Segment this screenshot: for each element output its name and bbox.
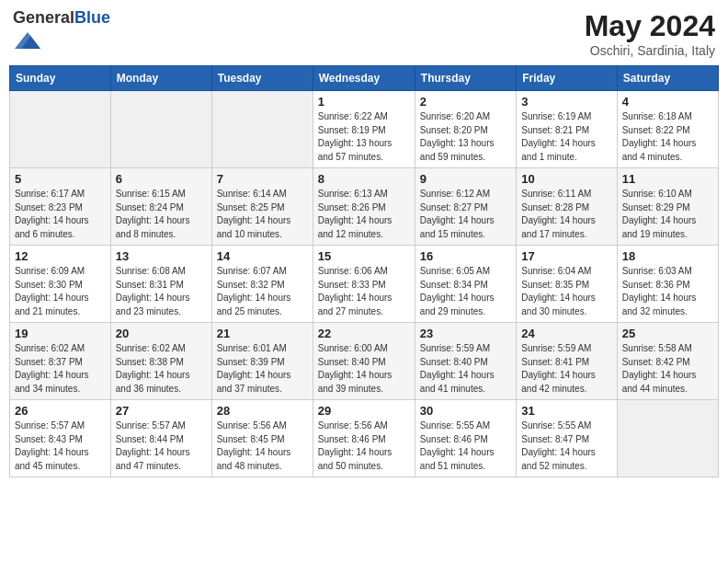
logo: GeneralBlue (13, 9, 110, 57)
header-row: Sunday Monday Tuesday Wednesday Thursday… (10, 66, 719, 91)
day-info: Sunrise: 5:59 AM Sunset: 8:41 PM Dayligh… (521, 342, 611, 396)
calendar-cell: 6Sunrise: 6:15 AM Sunset: 8:24 PM Daylig… (110, 168, 211, 246)
day-info: Sunrise: 6:03 AM Sunset: 8:36 PM Dayligh… (622, 265, 713, 318)
calendar-week-3: 12Sunrise: 6:09 AM Sunset: 8:30 PM Dayli… (10, 246, 719, 323)
day-number: 25 (622, 327, 713, 340)
day-info: Sunrise: 5:57 AM Sunset: 8:43 PM Dayligh… (15, 419, 106, 473)
day-info: Sunrise: 5:56 AM Sunset: 8:45 PM Dayligh… (217, 419, 308, 473)
calendar-cell: 21Sunrise: 6:01 AM Sunset: 8:39 PM Dayli… (211, 323, 313, 400)
page-header: GeneralBlue May 2024 Oschiri, Sardinia, … (9, 9, 719, 58)
col-saturday: Saturday (617, 66, 718, 91)
day-info: Sunrise: 6:11 AM Sunset: 8:28 PM Dayligh… (521, 188, 611, 241)
col-friday: Friday (517, 66, 617, 91)
calendar-cell: 16Sunrise: 6:05 AM Sunset: 8:34 PM Dayli… (415, 246, 516, 323)
day-number: 14 (217, 249, 308, 263)
calendar-cell: 4Sunrise: 6:18 AM Sunset: 8:22 PM Daylig… (617, 91, 718, 168)
calendar-cell: 28Sunrise: 5:56 AM Sunset: 8:45 PM Dayli… (211, 400, 313, 477)
calendar-cell: 19Sunrise: 6:02 AM Sunset: 8:37 PM Dayli… (10, 323, 111, 400)
title-block: May 2024 Oschiri, Sardinia, Italy (585, 9, 715, 58)
calendar-cell: 8Sunrise: 6:13 AM Sunset: 8:26 PM Daylig… (313, 168, 415, 246)
calendar-cell: 9Sunrise: 6:12 AM Sunset: 8:27 PM Daylig… (415, 168, 516, 246)
day-info: Sunrise: 6:20 AM Sunset: 8:20 PM Dayligh… (420, 110, 511, 164)
col-wednesday: Wednesday (313, 66, 415, 91)
day-number: 18 (622, 249, 713, 263)
calendar-cell: 15Sunrise: 6:06 AM Sunset: 8:33 PM Dayli… (313, 246, 415, 323)
day-info: Sunrise: 6:14 AM Sunset: 8:25 PM Dayligh… (217, 188, 308, 241)
calendar-cell: 26Sunrise: 5:57 AM Sunset: 8:43 PM Dayli… (10, 400, 111, 477)
calendar-cell (10, 91, 111, 168)
calendar-cell: 25Sunrise: 5:58 AM Sunset: 8:42 PM Dayli… (617, 323, 718, 400)
calendar-cell: 18Sunrise: 6:03 AM Sunset: 8:36 PM Dayli… (617, 246, 718, 323)
day-number: 15 (318, 249, 410, 263)
calendar-cell: 13Sunrise: 6:08 AM Sunset: 8:31 PM Dayli… (110, 246, 211, 323)
day-number: 2 (420, 95, 511, 109)
calendar-cell (211, 91, 313, 168)
calendar-cell: 14Sunrise: 6:07 AM Sunset: 8:32 PM Dayli… (211, 246, 313, 323)
day-info: Sunrise: 6:02 AM Sunset: 8:37 PM Dayligh… (15, 342, 106, 396)
day-info: Sunrise: 6:08 AM Sunset: 8:31 PM Dayligh… (116, 265, 207, 318)
calendar-week-2: 5Sunrise: 6:17 AM Sunset: 8:23 PM Daylig… (10, 168, 719, 246)
day-number: 31 (521, 404, 611, 418)
calendar-body: 1Sunrise: 6:22 AM Sunset: 8:19 PM Daylig… (10, 91, 719, 477)
day-info: Sunrise: 6:22 AM Sunset: 8:19 PM Dayligh… (318, 110, 410, 164)
calendar-header: Sunday Monday Tuesday Wednesday Thursday… (10, 66, 719, 91)
calendar-cell: 10Sunrise: 6:11 AM Sunset: 8:28 PM Dayli… (517, 168, 617, 246)
day-number: 29 (318, 404, 410, 418)
calendar-cell: 27Sunrise: 5:57 AM Sunset: 8:44 PM Dayli… (110, 400, 211, 477)
day-info: Sunrise: 6:07 AM Sunset: 8:32 PM Dayligh… (217, 265, 308, 318)
day-info: Sunrise: 6:19 AM Sunset: 8:21 PM Dayligh… (521, 110, 611, 164)
calendar-week-4: 19Sunrise: 6:02 AM Sunset: 8:37 PM Dayli… (10, 323, 719, 400)
calendar-cell: 3Sunrise: 6:19 AM Sunset: 8:21 PM Daylig… (517, 91, 617, 168)
day-number: 27 (116, 404, 207, 418)
day-number: 8 (318, 172, 410, 186)
calendar-cell: 20Sunrise: 6:02 AM Sunset: 8:38 PM Dayli… (110, 323, 211, 400)
day-info: Sunrise: 6:04 AM Sunset: 8:35 PM Dayligh… (521, 265, 611, 318)
day-number: 19 (15, 327, 106, 340)
calendar-cell (617, 400, 718, 477)
day-info: Sunrise: 5:57 AM Sunset: 8:44 PM Dayligh… (116, 419, 207, 473)
calendar-table: Sunday Monday Tuesday Wednesday Thursday… (9, 65, 719, 477)
calendar-cell: 22Sunrise: 6:00 AM Sunset: 8:40 PM Dayli… (313, 323, 415, 400)
day-info: Sunrise: 5:55 AM Sunset: 8:47 PM Dayligh… (521, 419, 611, 473)
day-number: 10 (521, 172, 611, 186)
calendar-week-1: 1Sunrise: 6:22 AM Sunset: 8:19 PM Daylig… (10, 91, 719, 168)
calendar-cell: 17Sunrise: 6:04 AM Sunset: 8:35 PM Dayli… (517, 246, 617, 323)
day-number: 28 (217, 404, 308, 418)
calendar-cell: 1Sunrise: 6:22 AM Sunset: 8:19 PM Daylig… (313, 91, 415, 168)
day-number: 17 (521, 249, 611, 263)
calendar-cell: 24Sunrise: 5:59 AM Sunset: 8:41 PM Dayli… (517, 323, 617, 400)
col-tuesday: Tuesday (211, 66, 313, 91)
day-number: 16 (420, 249, 511, 263)
calendar-cell: 30Sunrise: 5:55 AM Sunset: 8:46 PM Dayli… (415, 400, 516, 477)
day-info: Sunrise: 6:18 AM Sunset: 8:22 PM Dayligh… (622, 110, 713, 164)
day-number: 21 (217, 327, 308, 340)
day-number: 13 (116, 249, 207, 263)
logo-icon (15, 28, 40, 53)
calendar-cell (110, 91, 211, 168)
day-number: 23 (420, 327, 511, 340)
col-thursday: Thursday (415, 66, 516, 91)
logo-general-text: General (13, 8, 74, 27)
day-number: 22 (318, 327, 410, 340)
day-info: Sunrise: 6:05 AM Sunset: 8:34 PM Dayligh… (420, 265, 511, 318)
day-info: Sunrise: 5:55 AM Sunset: 8:46 PM Dayligh… (420, 419, 511, 473)
day-number: 9 (420, 172, 511, 186)
calendar-week-5: 26Sunrise: 5:57 AM Sunset: 8:43 PM Dayli… (10, 400, 719, 477)
day-number: 26 (15, 404, 106, 418)
calendar-cell: 12Sunrise: 6:09 AM Sunset: 8:30 PM Dayli… (10, 246, 111, 323)
day-info: Sunrise: 6:06 AM Sunset: 8:33 PM Dayligh… (318, 265, 410, 318)
day-number: 5 (15, 172, 106, 186)
day-number: 6 (116, 172, 207, 186)
calendar-cell: 11Sunrise: 6:10 AM Sunset: 8:29 PM Dayli… (617, 168, 718, 246)
day-info: Sunrise: 6:17 AM Sunset: 8:23 PM Dayligh… (15, 188, 106, 241)
day-info: Sunrise: 6:00 AM Sunset: 8:40 PM Dayligh… (318, 342, 410, 396)
day-info: Sunrise: 5:58 AM Sunset: 8:42 PM Dayligh… (622, 342, 713, 396)
day-number: 3 (521, 95, 611, 109)
location-subtitle: Oschiri, Sardinia, Italy (585, 43, 715, 58)
day-number: 12 (15, 249, 106, 263)
month-title: May 2024 (585, 9, 715, 43)
day-info: Sunrise: 6:02 AM Sunset: 8:38 PM Dayligh… (116, 342, 207, 396)
logo-blue-text: Blue (74, 8, 110, 27)
col-monday: Monday (110, 66, 211, 91)
calendar-cell: 5Sunrise: 6:17 AM Sunset: 8:23 PM Daylig… (10, 168, 111, 246)
